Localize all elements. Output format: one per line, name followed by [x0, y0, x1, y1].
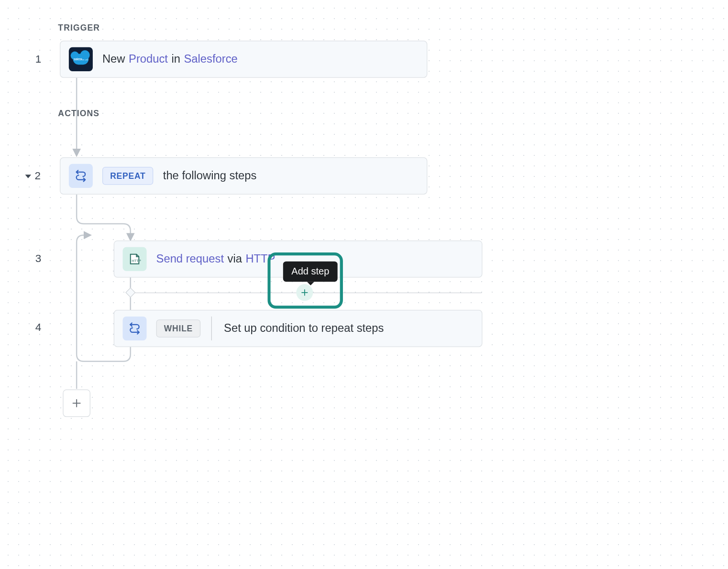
- add-step-inline-button[interactable]: [296, 284, 313, 301]
- separator: [211, 317, 212, 340]
- trigger-step-description: New Product in Salesforce: [102, 53, 238, 66]
- trigger-step-card[interactable]: salesforce New Product in Salesforce: [60, 41, 427, 78]
- svg-text:HTTP: HTTP: [132, 259, 141, 263]
- step-number-2-collapse-toggle[interactable]: 2: [25, 170, 41, 182]
- while-step-description: Set up condition to repeat steps: [224, 322, 384, 335]
- repeat-icon: [69, 164, 93, 188]
- salesforce-icon: salesforce: [69, 47, 93, 71]
- branch-diamond-icon: [125, 287, 135, 297]
- step-number-3: 3: [35, 252, 42, 265]
- http-icon: HTTP: [122, 247, 146, 271]
- repeat-pill: REPEAT: [102, 167, 154, 185]
- http-step-description: Send request via HTTP: [156, 252, 276, 266]
- repeat-step-description: the following steps: [163, 169, 257, 183]
- while-icon: [122, 317, 146, 340]
- trigger-section-label: TRIGGER: [58, 23, 100, 33]
- repeat-step-card[interactable]: REPEAT the following steps: [60, 157, 427, 195]
- add-step-tooltip: Add step: [283, 262, 338, 282]
- add-step-end-button[interactable]: [63, 390, 90, 417]
- while-pill: WHILE: [156, 319, 201, 338]
- while-step-card[interactable]: WHILE Set up condition to repeat steps: [114, 310, 483, 347]
- actions-section-label: ACTIONS: [58, 108, 99, 118]
- step-number-1: 1: [35, 53, 42, 66]
- chevron-down-icon: [25, 175, 32, 178]
- step-number-4: 4: [35, 321, 42, 334]
